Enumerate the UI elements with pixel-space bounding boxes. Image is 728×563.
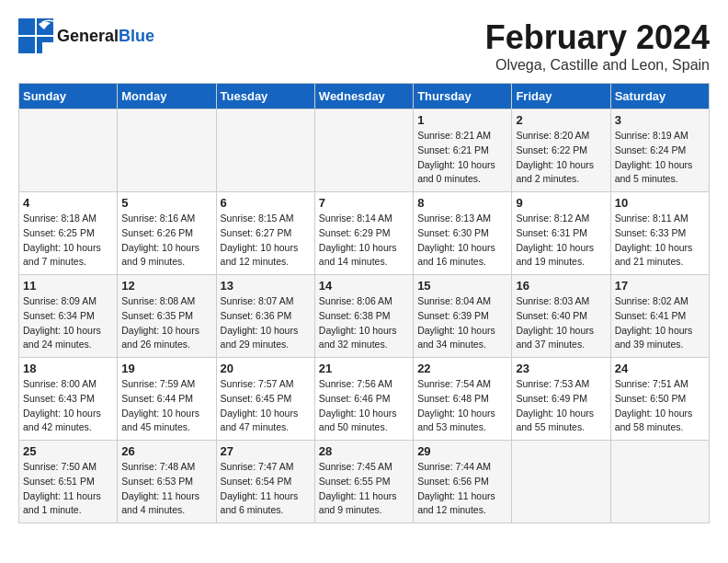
calendar-header-row: SundayMondayTuesdayWednesdayThursdayFrid… [19, 84, 710, 109]
day-info: Sunrise: 8:13 AM Sunset: 6:30 PM Dayligh… [417, 212, 507, 270]
day-header-tuesday: Tuesday [216, 84, 314, 109]
day-number: 14 [319, 279, 409, 293]
day-number: 20 [221, 362, 311, 375]
svg-rect-0 [18, 18, 35, 35]
calendar-cell: 12Sunrise: 8:08 AM Sunset: 6:35 PM Dayli… [118, 275, 216, 358]
calendar-cell: 4Sunrise: 8:18 AM Sunset: 6:25 PM Daylig… [19, 192, 118, 275]
calendar-cell: 3Sunrise: 8:19 AM Sunset: 6:24 PM Daylig… [610, 109, 709, 192]
calendar-cell: 16Sunrise: 8:03 AM Sunset: 6:40 PM Dayli… [512, 275, 610, 358]
month-year: February 2024 [485, 18, 710, 57]
day-number: 6 [221, 196, 311, 210]
calendar-cell: 15Sunrise: 8:04 AM Sunset: 6:39 PM Dayli… [414, 275, 512, 358]
day-info: Sunrise: 7:51 AM Sunset: 6:50 PM Dayligh… [615, 377, 705, 435]
day-info: Sunrise: 8:08 AM Sunset: 6:35 PM Dayligh… [121, 294, 211, 352]
day-number: 28 [319, 444, 409, 458]
day-info: Sunrise: 8:16 AM Sunset: 6:26 PM Dayligh… [121, 212, 211, 270]
calendar-cell [512, 441, 610, 523]
day-header-sunday: Sunday [19, 84, 118, 109]
calendar-cell [118, 109, 216, 192]
day-number: 15 [417, 279, 507, 293]
day-info: Sunrise: 8:18 AM Sunset: 6:25 PM Dayligh… [23, 212, 113, 270]
day-number: 18 [23, 362, 113, 375]
day-header-wednesday: Wednesday [314, 84, 413, 109]
day-info: Sunrise: 8:09 AM Sunset: 6:34 PM Dayligh… [23, 294, 113, 352]
calendar-week-5: 25Sunrise: 7:50 AM Sunset: 6:51 PM Dayli… [19, 441, 710, 523]
day-number: 26 [121, 444, 211, 458]
day-number: 1 [417, 113, 507, 127]
day-info: Sunrise: 7:45 AM Sunset: 6:55 PM Dayligh… [319, 460, 409, 518]
day-header-friday: Friday [512, 84, 610, 109]
calendar-cell: 18Sunrise: 8:00 AM Sunset: 6:43 PM Dayli… [19, 358, 118, 441]
calendar-cell: 21Sunrise: 7:56 AM Sunset: 6:46 PM Dayli… [314, 358, 413, 441]
calendar-cell [19, 109, 118, 192]
day-number: 23 [516, 362, 606, 375]
day-number: 25 [23, 444, 113, 458]
calendar-week-2: 4Sunrise: 8:18 AM Sunset: 6:25 PM Daylig… [19, 192, 710, 275]
calendar-cell: 17Sunrise: 8:02 AM Sunset: 6:41 PM Dayli… [610, 275, 709, 358]
calendar-cell: 7Sunrise: 8:14 AM Sunset: 6:29 PM Daylig… [314, 192, 413, 275]
title-block: February 2024 Olvega, Castille and Leon,… [485, 18, 710, 74]
day-info: Sunrise: 7:44 AM Sunset: 6:56 PM Dayligh… [417, 460, 507, 518]
calendar-cell [610, 441, 709, 523]
svg-rect-2 [18, 37, 35, 53]
day-info: Sunrise: 8:06 AM Sunset: 6:38 PM Dayligh… [319, 294, 409, 352]
calendar-cell: 23Sunrise: 7:53 AM Sunset: 6:49 PM Dayli… [512, 358, 610, 441]
day-info: Sunrise: 8:12 AM Sunset: 6:31 PM Dayligh… [516, 212, 606, 270]
calendar-cell: 8Sunrise: 8:13 AM Sunset: 6:30 PM Daylig… [414, 192, 512, 275]
day-number: 22 [417, 362, 507, 375]
day-info: Sunrise: 7:57 AM Sunset: 6:45 PM Dayligh… [221, 377, 311, 435]
calendar-cell: 14Sunrise: 8:06 AM Sunset: 6:38 PM Dayli… [314, 275, 413, 358]
day-number: 13 [221, 279, 311, 293]
day-number: 2 [516, 113, 606, 127]
calendar-cell: 24Sunrise: 7:51 AM Sunset: 6:50 PM Dayli… [610, 358, 709, 441]
day-info: Sunrise: 8:00 AM Sunset: 6:43 PM Dayligh… [23, 377, 113, 435]
day-info: Sunrise: 7:54 AM Sunset: 6:48 PM Dayligh… [417, 377, 507, 435]
day-number: 27 [221, 444, 311, 458]
day-info: Sunrise: 8:11 AM Sunset: 6:33 PM Dayligh… [615, 212, 705, 270]
calendar-week-3: 11Sunrise: 8:09 AM Sunset: 6:34 PM Dayli… [19, 275, 710, 358]
calendar-cell: 10Sunrise: 8:11 AM Sunset: 6:33 PM Dayli… [610, 192, 709, 275]
day-info: Sunrise: 8:14 AM Sunset: 6:29 PM Dayligh… [319, 212, 409, 270]
day-info: Sunrise: 7:47 AM Sunset: 6:54 PM Dayligh… [221, 460, 311, 518]
day-number: 17 [615, 279, 705, 293]
day-info: Sunrise: 8:02 AM Sunset: 6:41 PM Dayligh… [615, 294, 705, 352]
calendar-cell: 2Sunrise: 8:20 AM Sunset: 6:22 PM Daylig… [512, 109, 610, 192]
page-header: GeneralBlue February 2024 Olvega, Castil… [18, 18, 710, 74]
calendar-week-1: 1Sunrise: 8:21 AM Sunset: 6:21 PM Daylig… [19, 109, 710, 192]
day-header-saturday: Saturday [610, 84, 709, 109]
calendar-cell: 13Sunrise: 8:07 AM Sunset: 6:36 PM Dayli… [216, 275, 314, 358]
day-number: 16 [516, 279, 606, 293]
day-number: 11 [23, 279, 113, 293]
day-number: 4 [23, 196, 113, 210]
day-info: Sunrise: 7:59 AM Sunset: 6:44 PM Dayligh… [121, 377, 211, 435]
day-info: Sunrise: 7:50 AM Sunset: 6:51 PM Dayligh… [23, 460, 113, 518]
calendar-week-4: 18Sunrise: 8:00 AM Sunset: 6:43 PM Dayli… [19, 358, 710, 441]
day-info: Sunrise: 8:15 AM Sunset: 6:27 PM Dayligh… [221, 212, 311, 270]
calendar-cell: 6Sunrise: 8:15 AM Sunset: 6:27 PM Daylig… [216, 192, 314, 275]
calendar-cell: 20Sunrise: 7:57 AM Sunset: 6:45 PM Dayli… [216, 358, 314, 441]
day-info: Sunrise: 8:20 AM Sunset: 6:22 PM Dayligh… [516, 129, 606, 187]
location: Olvega, Castille and Leon, Spain [485, 57, 710, 74]
day-info: Sunrise: 7:56 AM Sunset: 6:46 PM Dayligh… [319, 377, 409, 435]
calendar-cell: 29Sunrise: 7:44 AM Sunset: 6:56 PM Dayli… [414, 441, 512, 523]
day-number: 29 [417, 444, 507, 458]
calendar-cell [216, 109, 314, 192]
calendar-table: SundayMondayTuesdayWednesdayThursdayFrid… [18, 83, 710, 523]
day-number: 9 [516, 196, 606, 210]
calendar-cell: 5Sunrise: 8:16 AM Sunset: 6:26 PM Daylig… [118, 192, 216, 275]
day-info: Sunrise: 8:21 AM Sunset: 6:21 PM Dayligh… [417, 129, 507, 187]
day-info: Sunrise: 8:03 AM Sunset: 6:40 PM Dayligh… [516, 294, 606, 352]
calendar-cell: 19Sunrise: 7:59 AM Sunset: 6:44 PM Dayli… [118, 358, 216, 441]
day-info: Sunrise: 7:53 AM Sunset: 6:49 PM Dayligh… [516, 377, 606, 435]
day-info: Sunrise: 8:04 AM Sunset: 6:39 PM Dayligh… [417, 294, 507, 352]
day-info: Sunrise: 8:19 AM Sunset: 6:24 PM Dayligh… [615, 129, 705, 187]
calendar-cell: 1Sunrise: 8:21 AM Sunset: 6:21 PM Daylig… [414, 109, 512, 192]
day-header-thursday: Thursday [414, 84, 512, 109]
calendar-cell: 22Sunrise: 7:54 AM Sunset: 6:48 PM Dayli… [414, 358, 512, 441]
calendar-cell: 9Sunrise: 8:12 AM Sunset: 6:31 PM Daylig… [512, 192, 610, 275]
calendar-cell: 11Sunrise: 8:09 AM Sunset: 6:34 PM Dayli… [19, 275, 118, 358]
day-number: 10 [615, 196, 705, 210]
logo-general: General [57, 27, 119, 45]
logo: GeneralBlue [18, 18, 154, 53]
day-number: 5 [121, 196, 211, 210]
